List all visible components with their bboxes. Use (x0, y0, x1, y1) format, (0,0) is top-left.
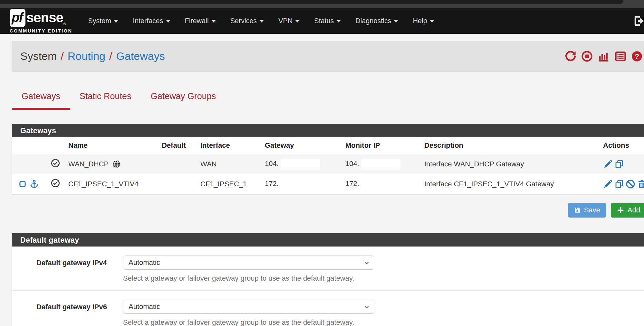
chevron-down-icon (337, 20, 341, 23)
edit-icon[interactable] (603, 159, 613, 169)
check-circle-icon (51, 158, 60, 168)
gateways-panel-title: Gateways (12, 124, 644, 137)
breadcrumb: System / Routing / Gateways (20, 50, 165, 62)
breadcrumb-link-gateways[interactable]: Gateways (116, 50, 165, 62)
add-button[interactable]: Add (611, 203, 644, 218)
tab-bar: Gateways Static Routes Gateway Groups (12, 91, 644, 110)
monitor-ip: 172. (345, 180, 359, 188)
column-header-actions: Actions (600, 137, 644, 154)
tab-gateways[interactable]: Gateways (12, 91, 70, 110)
chevron-down-icon (363, 303, 370, 311)
gateway-address: 172. (265, 180, 279, 188)
logo-sense-text: sense (26, 10, 63, 25)
add-button-label: Add (628, 206, 640, 214)
gateways-table: Name Default Interface Gateway Monitor I… (12, 137, 644, 194)
breadcrumb-separator: / (61, 50, 63, 62)
page-header-icons: ? (565, 51, 643, 62)
log-icon[interactable] (615, 51, 626, 62)
tab-static-routes[interactable]: Static Routes (70, 91, 141, 110)
save-button[interactable]: Save (568, 203, 606, 218)
column-header-icons (12, 137, 47, 154)
menu-status[interactable]: Status (307, 17, 348, 25)
column-header-gateway: Gateway (262, 137, 342, 154)
help-icon[interactable]: ? (631, 51, 643, 62)
page-content: System / Routing / Gateways (12, 41, 644, 326)
default-gateway-ipv4-label: Default gateway IPv4 (12, 256, 107, 283)
ban-icon[interactable] (626, 179, 635, 189)
globe-icon (112, 160, 121, 169)
default-gateway-ipv6-select[interactable]: Automatic (123, 300, 374, 314)
form-row-ipv6: Default gateway IPv6 Automatic Select a … (12, 291, 644, 326)
tab-gateway-groups[interactable]: Gateway Groups (141, 91, 226, 110)
chevron-down-icon (114, 20, 118, 23)
anchor-icon (29, 179, 39, 189)
chevron-down-icon (394, 20, 398, 23)
trash-icon[interactable] (637, 179, 644, 189)
breadcrumb-section: System (20, 50, 57, 62)
menu-help[interactable]: Help (405, 17, 441, 25)
column-header-status (47, 137, 65, 154)
breadcrumb-link-routing[interactable]: Routing (68, 50, 105, 62)
gateway-name: CF1_IPSEC_1_VTIV4 (65, 174, 159, 194)
gateway-default (159, 154, 197, 174)
menu-vpn[interactable]: VPN (271, 17, 307, 25)
menu-services[interactable]: Services (223, 17, 271, 25)
refresh-icon[interactable] (565, 51, 576, 62)
column-header-default: Default (159, 137, 197, 154)
gateway-description: Interface CF1_IPSEC_1_VTIV4 Gateway (421, 174, 600, 194)
sign-out-icon[interactable] (632, 15, 644, 27)
svg-text:?: ? (635, 52, 639, 60)
column-header-description: Description (421, 137, 600, 154)
action-button-bar: Save Add (12, 203, 644, 218)
menu-firewall[interactable]: Firewall (178, 17, 223, 25)
copy-icon[interactable] (614, 159, 624, 169)
selected-value: Automatic (129, 258, 160, 267)
top-navbar: pf sense ® COMMUNITY EDITION System Inte… (0, 8, 644, 34)
check-circle-icon (51, 178, 60, 188)
logo-tagline: COMMUNITY EDITION (10, 28, 72, 33)
form-row-ipv4: Default gateway IPv4 Automatic Select a … (12, 247, 644, 291)
selected-value: Automatic (129, 303, 160, 311)
gateway-description: Interface WAN_DHCP Gateway (421, 154, 600, 174)
breadcrumb-bar: System / Routing / Gateways (12, 41, 644, 71)
chevron-down-icon (363, 259, 370, 266)
monitor-ip: 104. (345, 159, 359, 167)
stop-icon[interactable] (581, 51, 593, 62)
table-row: WAN_DHCP WAN 104. 10 (12, 154, 644, 174)
copy-icon[interactable] (614, 179, 624, 189)
chevron-down-icon (260, 20, 264, 23)
column-header-interface: Interface (197, 137, 262, 154)
column-header-name: Name (65, 137, 159, 154)
default-gateway-ipv6-label: Default gateway IPv6 (12, 300, 107, 326)
redacted-value (361, 159, 400, 170)
table-row: CF1_IPSEC_1_VTIV4 CF1_IPSEC_1 172. 172. … (12, 174, 644, 194)
breadcrumb-separator: / (109, 50, 112, 62)
browser-tab-remnant (0, 0, 623, 4)
redacted-value (361, 179, 400, 190)
pfsense-logo[interactable]: pf sense ® COMMUNITY EDITION (10, 9, 72, 33)
chevron-down-icon (212, 20, 216, 23)
logo-pf-tile: pf (10, 9, 25, 27)
default-gateway-ipv6-help: Select a gateway or failover gateway gro… (123, 318, 374, 326)
gateway-interface: WAN (197, 154, 262, 174)
chevron-down-icon (166, 20, 170, 23)
default-gateway-panel-title: Default gateway (12, 233, 644, 247)
default-gateway-ipv4-select[interactable]: Automatic (123, 256, 374, 270)
gateways-panel: Gateways Name Default Interface Gateway … (12, 124, 644, 194)
checkbox-icon[interactable] (18, 180, 27, 188)
edit-icon[interactable] (603, 179, 613, 189)
default-gateway-ipv4-help: Select a gateway or failover gateway gro… (123, 274, 374, 283)
redacted-value (281, 179, 320, 190)
save-icon (574, 207, 581, 214)
chart-icon[interactable] (598, 51, 610, 62)
menu-interfaces[interactable]: Interfaces (125, 17, 177, 25)
menu-system[interactable]: System (81, 17, 125, 25)
window-chrome (0, 0, 644, 8)
default-gateway-panel: Default gateway Default gateway IPv4 Aut… (12, 233, 644, 326)
gateway-name: WAN_DHCP (68, 160, 109, 168)
save-button-label: Save (584, 206, 600, 214)
plus-icon (617, 206, 624, 214)
gateway-default (159, 174, 197, 194)
menu-diagnostics[interactable]: Diagnostics (348, 17, 405, 25)
registered-mark: ® (63, 22, 66, 26)
